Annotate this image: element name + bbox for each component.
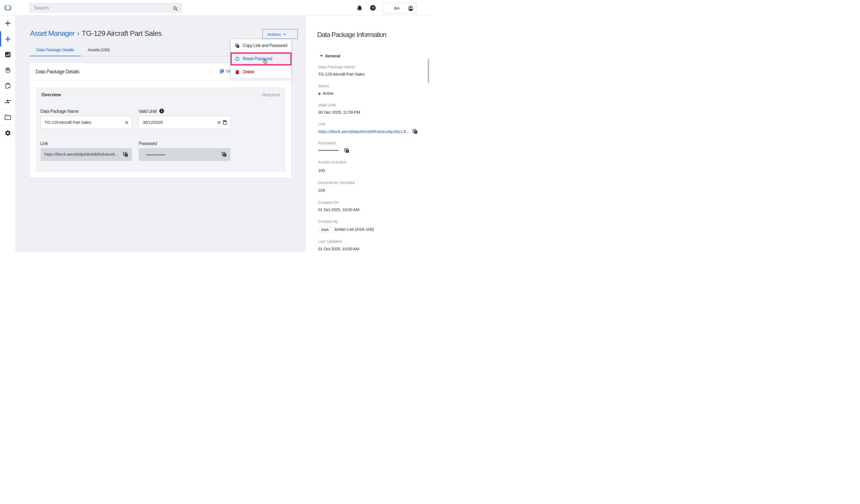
svg-text:?: ? (372, 6, 374, 10)
